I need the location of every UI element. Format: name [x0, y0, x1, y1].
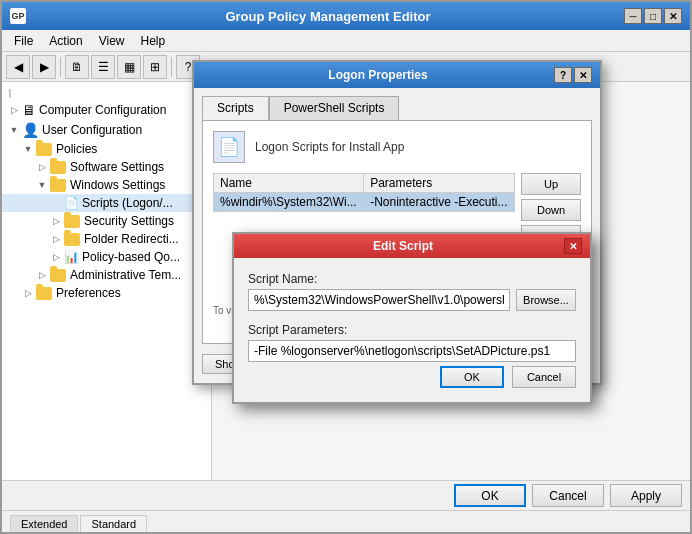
tree-item-windows-settings[interactable]: ▼ Windows Settings [2, 176, 211, 194]
edit-cancel-button[interactable]: Cancel [512, 366, 576, 388]
tree-item-computer-config[interactable]: ▷ 🖥 Computer Configuration [2, 100, 211, 120]
down-button[interactable]: Down [521, 199, 581, 221]
script-name-input[interactable] [248, 289, 510, 311]
tree-item-user-config[interactable]: ▼ 👤 User Configuration [2, 120, 211, 140]
tree-item-software-settings[interactable]: ▷ Software Settings [2, 158, 211, 176]
script-name-row: Browse... [248, 289, 576, 311]
tree-label: Administrative Tem... [70, 268, 181, 282]
edit-footer: OK Cancel [248, 366, 576, 388]
tree-label: Software Settings [70, 160, 164, 174]
tree-label: Preferences [56, 286, 121, 300]
tree-label: Folder Redirecti... [84, 232, 179, 246]
edit-dialog-title: Edit Script [242, 239, 564, 253]
up-button[interactable]: 🗎 [65, 55, 89, 79]
main-title-bar: GP Group Policy Management Editor ─ □ ✕ [2, 2, 690, 30]
expand-icon: ▷ [20, 288, 36, 298]
up-button[interactable]: Up [521, 173, 581, 195]
expand-icon: ▷ [48, 216, 64, 226]
dialog-close-button[interactable]: ✕ [574, 67, 592, 83]
menu-view[interactable]: View [91, 32, 133, 50]
tab-standard[interactable]: Standard [80, 515, 147, 532]
logon-dialog-titlebar: Logon Properties ? ✕ [194, 62, 600, 88]
dialog-tabs: Scripts PowerShell Scripts [202, 96, 592, 120]
tree-item-scripts[interactable]: 📄 Scripts (Logon/... [2, 194, 211, 212]
script-table-wrapper: Name Parameters %windir%\System32\Wi... … [213, 173, 515, 212]
col-params: Parameters [364, 174, 515, 193]
expand-icon: ▼ [34, 180, 50, 190]
tree-item-policies[interactable]: ▼ Policies [2, 140, 211, 158]
folder-icon [36, 143, 52, 156]
tree-panel: | ▷ 🖥 Computer Configuration ▼ 👤 User Co… [2, 82, 212, 480]
menu-bar: File Action View Help [2, 30, 690, 52]
menu-action[interactable]: Action [41, 32, 90, 50]
user-icon: 👤 [22, 122, 39, 138]
script-doc-icon: 📄 [213, 131, 245, 163]
logon-dialog-title: Logon Properties [202, 68, 554, 82]
filter-button[interactable]: ⊞ [143, 55, 167, 79]
detail-view-button[interactable]: ▦ [117, 55, 141, 79]
dialog-help-button[interactable]: ? [554, 67, 572, 83]
tree-item-preferences[interactable]: ▷ Preferences [2, 284, 211, 302]
toolbar-separator-2 [171, 57, 172, 77]
tree-label: User Configuration [42, 123, 142, 137]
forward-button[interactable]: ▶ [32, 55, 56, 79]
cell-params: -Noninteractive -Executi... [364, 193, 515, 212]
expand-icon: | [2, 88, 18, 98]
cell-name: %windir%\System32\Wi... [214, 193, 364, 212]
tab-bar-bottom: Extended Standard [2, 510, 690, 532]
menu-file[interactable]: File [6, 32, 41, 50]
back-button[interactable]: ◀ [6, 55, 30, 79]
tree-label: Policy-based Qo... [82, 250, 180, 264]
cancel-button[interactable]: Cancel [532, 484, 604, 507]
list-view-button[interactable]: ☰ [91, 55, 115, 79]
table-row[interactable]: %windir%\System32\Wi... -Noninteractive … [214, 193, 515, 212]
folder-icon [64, 215, 80, 228]
folder-icon [36, 287, 52, 300]
tree-label: Scripts (Logon/... [82, 196, 173, 210]
expand-icon: ▷ [34, 162, 50, 172]
tree-root[interactable]: | [2, 86, 211, 100]
tree-label: Windows Settings [70, 178, 165, 192]
toolbar-separator-1 [60, 57, 61, 77]
tree-label: Policies [56, 142, 97, 156]
tree-label: Computer Configuration [39, 103, 166, 117]
edit-dialog-content: Script Name: Browse... Script Parameters… [234, 258, 590, 402]
app-icon: GP [10, 8, 26, 24]
minimize-button[interactable]: ─ [624, 8, 642, 24]
edit-close-button[interactable]: ✕ [564, 238, 582, 254]
close-button[interactable]: ✕ [664, 8, 682, 24]
script-params-input[interactable] [248, 340, 576, 362]
script-table: Name Parameters %windir%\System32\Wi... … [213, 173, 515, 212]
tree-item-admin-templates[interactable]: ▷ Administrative Tem... [2, 266, 211, 284]
menu-help[interactable]: Help [133, 32, 174, 50]
folder-icon [50, 269, 66, 282]
script-header: 📄 Logon Scripts for Install App [213, 131, 581, 163]
tab-extended[interactable]: Extended [10, 515, 78, 532]
expand-icon: ▷ [34, 270, 50, 280]
maximize-button[interactable]: □ [644, 8, 662, 24]
ok-button[interactable]: OK [454, 484, 526, 507]
script-params-label: Script Parameters: [248, 323, 576, 337]
edit-dialog-titlebar: Edit Script ✕ [234, 234, 590, 258]
scripts-icon: 📄 [64, 196, 79, 210]
expand-icon: ▷ [48, 252, 64, 262]
apply-button[interactable]: Apply [610, 484, 682, 507]
expand-icon: ▷ [48, 234, 64, 244]
browse-button[interactable]: Browse... [516, 289, 576, 311]
folder-icon [64, 233, 80, 246]
bottom-bar: OK Cancel Apply [2, 480, 690, 510]
script-name-label: Script Name: [248, 272, 576, 286]
window-controls: ─ □ ✕ [624, 8, 682, 24]
tab-scripts[interactable]: Scripts [202, 96, 269, 120]
computer-icon: 🖥 [22, 102, 36, 118]
edit-script-dialog: Edit Script ✕ Script Name: Browse... Scr… [232, 232, 592, 404]
folder-icon [50, 161, 66, 174]
tree-label: Security Settings [84, 214, 174, 228]
tree-item-policy-qos[interactable]: ▷ 📊 Policy-based Qo... [2, 248, 211, 266]
dialog-controls: ? ✕ [554, 67, 592, 83]
tree-item-security[interactable]: ▷ Security Settings [2, 212, 211, 230]
tree-item-folder-redirect[interactable]: ▷ Folder Redirecti... [2, 230, 211, 248]
tab-powershell[interactable]: PowerShell Scripts [269, 96, 400, 120]
edit-ok-button[interactable]: OK [440, 366, 504, 388]
col-name: Name [214, 174, 364, 193]
